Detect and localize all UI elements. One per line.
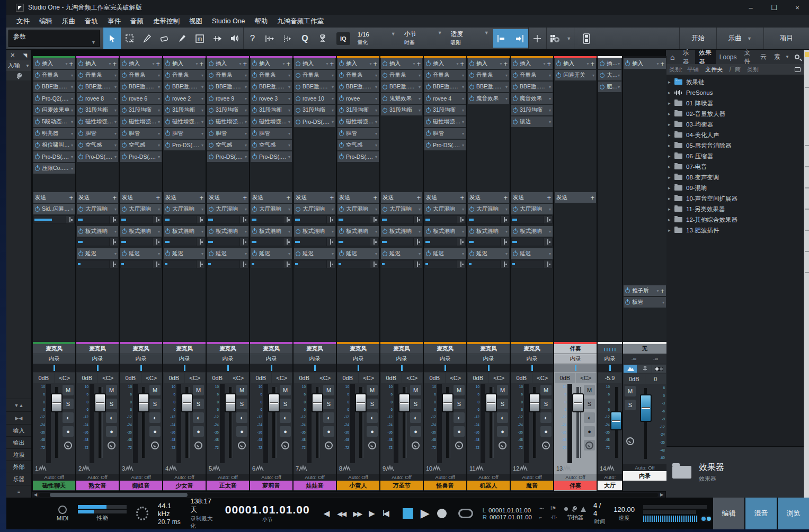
channel-name[interactable]: 御姐音 [120,481,162,490]
insert-slot[interactable]: 肥波C▾ [598,82,621,92]
insert-slot[interactable]: rovee 2▾ [164,93,205,104]
chevron-down-icon[interactable]: ▾ [158,96,160,101]
channel-output-label[interactable]: 内录 [337,354,379,364]
chevron-down-icon[interactable]: ▾ [618,73,620,78]
fader-cap[interactable] [51,393,63,412]
channel-output-label[interactable]: 内录 [554,354,597,364]
send-level-row[interactable] [164,238,205,246]
insert-slot[interactable]: Pro-DS(..o)32▾ [251,151,292,162]
chevron-down-icon[interactable]: ▾ [245,120,247,124]
power-icon[interactable] [252,229,257,234]
meter-scale-icon[interactable] [38,465,47,472]
send-level-row[interactable] [120,260,162,268]
pan-value[interactable]: <C> [141,373,162,383]
split-tool-button[interactable] [138,28,156,49]
power-icon[interactable] [513,61,518,66]
send-prepost-icon[interactable] [370,238,378,246]
chevron-down-icon[interactable]: ▾ [71,85,73,89]
insert-slot[interactable]: Pro-DS(..o)36▾ [294,116,335,127]
power-icon[interactable] [296,108,300,113]
close-button[interactable]: × [786,0,809,15]
monitor-knob-icon[interactable] [236,440,247,450]
solo-button[interactable]: S [367,399,378,409]
chevron-down-icon[interactable]: ▾ [375,207,377,212]
record-arm-button[interactable]: ● [149,426,161,437]
add-insert-icon[interactable]: + [286,60,290,68]
menu-item-7[interactable]: 走带控制 [148,15,184,28]
send-slot[interactable]: 延迟▾ [164,248,205,259]
insert-slot[interactable]: BBE激..2S-3▾ [294,82,335,92]
power-icon[interactable] [426,207,431,212]
chevron-down-icon[interactable]: ▾ [71,143,73,148]
power-icon[interactable] [35,96,40,101]
chevron-down-icon[interactable]: ▾ [462,207,464,212]
caret-right-icon[interactable]: ▸ [668,217,674,222]
chevron-down-icon[interactable]: ▾ [549,207,551,212]
add-insert-icon[interactable]: + [416,60,421,68]
mixer-hscrollbar[interactable]: ◀ ▶ [32,491,665,498]
chevron-down-icon[interactable]: ▾ [618,61,620,66]
info-pane-toggle-icon[interactable] [795,67,801,72]
chevron-down-icon[interactable]: ▾ [662,300,664,305]
chevron-down-icon[interactable]: ▾ [549,120,551,124]
inserts-header[interactable]: 插入▾+ [424,58,466,69]
power-icon[interactable] [209,120,214,124]
power-icon[interactable] [78,73,83,78]
caret-right-icon[interactable]: ▸ [668,79,674,85]
send-level-row[interactable] [424,238,466,246]
inserts-header[interactable]: 插入▾+ [381,58,422,69]
arrow-tool-button[interactable] [103,28,121,49]
caret-right-icon[interactable]: ▸ [668,154,674,159]
power-icon[interactable] [383,73,387,78]
power-icon[interactable] [122,207,127,212]
chevron-down-icon[interactable]: ▾ [505,73,508,78]
power-icon[interactable] [339,155,344,159]
channel-input-label[interactable]: 伴奏 [554,344,597,354]
insert-slot[interactable]: 音量条▾ [381,70,422,80]
insert-slot[interactable]: 5段动态压限▾ [33,116,75,127]
close-mixer-icon[interactable]: ✕ [6,50,19,60]
send-level-row[interactable] [77,238,118,246]
power-icon[interactable] [122,108,127,113]
send-level-row[interactable] [424,260,466,268]
power-icon[interactable] [165,207,170,212]
chevron-down-icon[interactable]: ▾ [245,73,247,78]
channel-name[interactable]: 磁性聊天 [33,481,75,490]
add-send-icon[interactable]: + [286,194,290,202]
send-level-slider[interactable] [164,238,196,246]
mute-button[interactable]: M [149,385,161,395]
power-icon[interactable] [122,120,127,124]
send-level-slider[interactable] [121,260,153,268]
solo-button[interactable]: S [625,400,636,410]
prev-marker-button[interactable]: ◀ [324,509,330,518]
send-slot[interactable]: 大厅混响▾ [424,204,466,214]
inserts-header[interactable]: 插入▾+ [33,58,75,69]
channel-name[interactable]: 娃娃音 [294,481,336,490]
power-icon[interactable] [252,120,257,124]
chevron-down-icon[interactable]: ▾ [419,207,421,212]
insert-slot[interactable]: 胆管▾ [164,128,205,139]
insert-slot[interactable]: 镶边▾ [511,116,553,127]
send-level-slider[interactable] [121,238,153,246]
power-icon[interactable] [383,96,387,101]
monitor-knob-icon[interactable] [193,440,204,450]
caret-right-icon[interactable]: ▸ [668,185,674,191]
solo-button[interactable]: S [540,399,552,409]
chevron-down-icon[interactable]: ▾ [114,108,117,113]
fader-track-area[interactable] [312,384,322,463]
add-send-icon[interactable]: + [156,194,160,202]
inserts-header[interactable]: 插入▾+ [251,58,292,69]
power-icon[interactable] [35,108,40,113]
pan-value[interactable]: <C> [55,373,75,383]
meter-toggle[interactable] [700,516,712,522]
send-slot[interactable]: 大厅混响▾ [207,204,248,214]
add-send-icon[interactable]: + [69,194,73,202]
add-insert-icon[interactable]: + [373,60,377,68]
send-slot[interactable]: 延迟▾ [468,248,509,259]
menu-item-11[interactable]: 九鸿音频工作室 [273,15,329,28]
menu-item-6[interactable]: 音频 [126,15,148,28]
gain-value[interactable]: 0dB [251,373,271,383]
monitor-knob-icon[interactable] [280,440,291,450]
solo-button[interactable]: S [63,399,74,409]
insert-slot[interactable]: 磁性增强效果▾ [77,116,118,127]
